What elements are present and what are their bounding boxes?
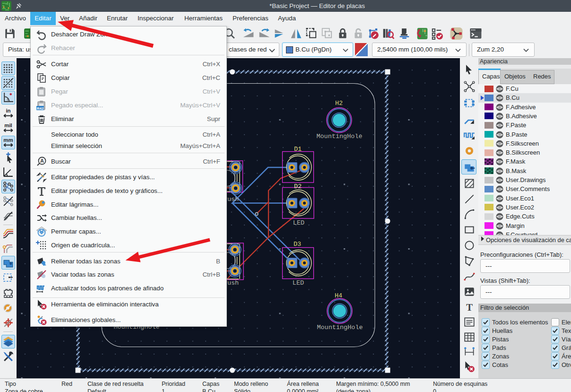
svg-text:H4: H4 bbox=[335, 292, 342, 299]
svg-text:mm: mm bbox=[3, 137, 13, 143]
svg-text:H2: H2 bbox=[335, 100, 343, 107]
svg-text:D2: D2 bbox=[294, 183, 302, 190]
svg-text:D3: D3 bbox=[294, 241, 301, 248]
svg-text:in: in bbox=[6, 108, 10, 113]
svg-text:LED: LED bbox=[293, 219, 304, 226]
svg-text:θ: θ bbox=[7, 97, 9, 102]
svg-text:MountingHole: MountingHole bbox=[317, 324, 363, 331]
svg-text:R42: R42 bbox=[37, 106, 44, 110]
svg-text:mil: mil bbox=[4, 122, 12, 128]
svg-text:LED: LED bbox=[293, 279, 304, 287]
svg-text:T: T bbox=[466, 302, 473, 313]
svg-text:MountingHole: MountingHole bbox=[316, 133, 362, 140]
svg-text:D1: D1 bbox=[294, 146, 302, 153]
